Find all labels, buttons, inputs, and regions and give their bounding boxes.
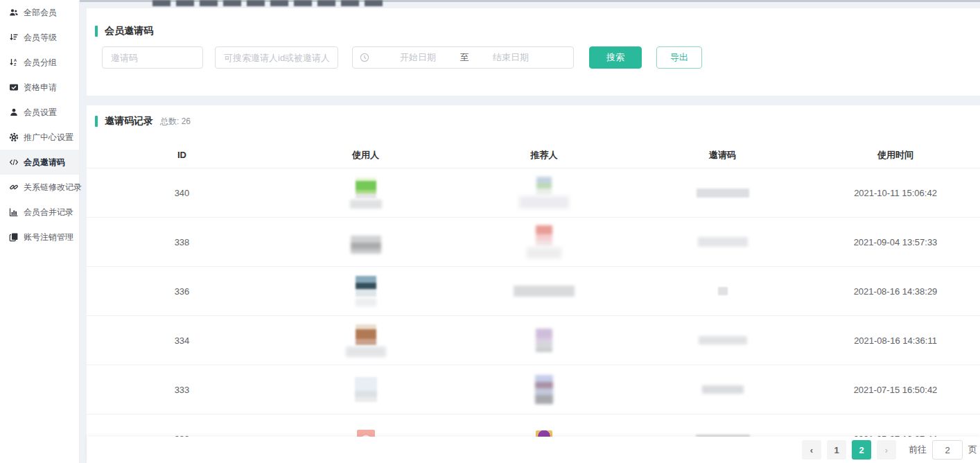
user-id-search-input[interactable] (215, 46, 338, 69)
user-avatar-redacted (356, 276, 376, 297)
users-icon (9, 8, 19, 17)
file-copy-icon (9, 232, 19, 242)
referrer-avatar-redacted (536, 329, 552, 352)
cell-referrer (454, 286, 634, 297)
pagination-page-suffix: 页 (968, 444, 977, 456)
section-accent-bar (95, 116, 98, 127)
cell-id: 334 (87, 335, 277, 346)
col-header-id: ID (87, 150, 277, 160)
invite-code-redacted (697, 189, 749, 198)
invite-code-redacted (702, 385, 744, 394)
sidebar-item-member-group[interactable]: AZ 会员分组 (0, 50, 79, 75)
user-name-redacted (356, 298, 376, 306)
invite-code-input[interactable] (102, 46, 203, 69)
sidebar-item-member-level[interactable]: 会员等级 (0, 25, 79, 50)
cell-user (277, 377, 454, 402)
sidebar-item-label: 账号注销管理 (24, 232, 73, 243)
sort-level-icon (9, 33, 19, 42)
cell-id: 338 (87, 237, 277, 247)
referrer-name-redacted (519, 196, 569, 209)
censored-page-title (152, 0, 388, 6)
pagination-next-button[interactable]: › (877, 440, 896, 460)
export-button[interactable]: 导出 (656, 46, 702, 69)
date-separator: 至 (448, 51, 480, 64)
cell-invite-code (634, 189, 811, 198)
search-button[interactable]: 搜索 (589, 46, 642, 69)
cell-used-time: 2021-08-16 14:36:11 (811, 335, 980, 346)
search-panel: 会员邀请码 开始日期 至 结束日期 搜索 导出 (87, 8, 980, 96)
pagination-bar: ‹ 1 2 › 前往 页 (87, 437, 980, 463)
date-range-picker[interactable]: 开始日期 至 结束日期 (352, 46, 574, 69)
user-avatar-redacted (356, 324, 376, 345)
user-avatar-redacted (355, 377, 377, 402)
cell-id: 340 (87, 188, 277, 198)
pagination-prev-button[interactable]: ‹ (802, 440, 821, 460)
pagination-page-2[interactable]: 2 (852, 440, 871, 460)
referrer-avatar-redacted (535, 375, 553, 404)
end-date-placeholder[interactable]: 结束日期 (480, 51, 541, 64)
sidebar-item-label: 全部会员 (24, 7, 57, 19)
cell-user (277, 324, 454, 357)
sidebar-item-member-settings[interactable]: 会员设置 (0, 100, 79, 125)
user-icon (9, 107, 19, 117)
pagination-page-1[interactable]: 1 (827, 440, 846, 460)
table-row: 333 2021-07-15 16:50:42 (87, 365, 980, 414)
start-date-placeholder[interactable]: 开始日期 (387, 51, 448, 64)
cell-id: 336 (87, 286, 277, 297)
user-avatar-redacted (351, 236, 381, 254)
records-panel: 邀请码记录 总数: 26 ID 使用人 推荐人 邀请码 使用时间 340 (87, 105, 980, 463)
cell-user (277, 230, 454, 254)
cell-referrer (454, 375, 634, 404)
sidebar-item-label: 会员设置 (24, 107, 57, 119)
code-icon (9, 157, 19, 167)
sidebar-item-label: 资格申请 (24, 82, 57, 94)
sidebar-item-label: 推广中心设置 (24, 132, 73, 143)
cell-id: 333 (87, 385, 277, 395)
sidebar-item-relation-log[interactable]: 关系链修改记录 (0, 175, 79, 200)
referrer-avatar-redacted (536, 225, 552, 246)
sidebar: 全部会员 会员等级 AZ 会员分组 资格申请 会员设置 (0, 0, 80, 463)
col-header-code: 邀请码 (634, 149, 811, 161)
cell-user (277, 276, 454, 306)
cell-invite-code (634, 237, 811, 247)
referrer-avatar-redacted (536, 177, 552, 195)
table-row: 334 2021-08-16 14:36:11 (87, 316, 980, 365)
cell-invite-code (634, 385, 811, 394)
bar-chart-icon (9, 207, 19, 217)
sidebar-item-merge-log[interactable]: 会员合并记录 (0, 200, 79, 225)
sidebar-item-all-members[interactable]: 全部会员 (0, 0, 79, 25)
sidebar-item-invite-code[interactable]: 会员邀请码 (0, 150, 79, 175)
section-accent-bar (95, 26, 98, 37)
sidebar-item-label: 会员等级 (24, 32, 57, 44)
invite-code-redacted (698, 237, 748, 247)
cell-invite-code (634, 336, 811, 344)
records-total-label: 总数: 26 (160, 116, 191, 128)
user-name-redacted (350, 200, 382, 209)
table-header-row: ID 使用人 推荐人 邀请码 使用时间 (87, 142, 980, 168)
check-square-icon (9, 82, 19, 92)
sidebar-item-label: 关系链修改记录 (24, 182, 82, 193)
cell-used-time: 2021-10-11 15:06:42 (811, 188, 980, 198)
cell-referrer (454, 177, 634, 209)
cell-used-time: 2021-07-15 16:50:42 (811, 385, 980, 395)
table-row: 340 2021-10-11 15:06:42 (87, 168, 980, 218)
clock-icon (360, 53, 369, 62)
records-panel-title: 邀请码记录 (105, 115, 153, 128)
referrer-name-redacted (527, 247, 561, 259)
search-panel-title: 会员邀请码 (105, 25, 153, 37)
sidebar-item-qualification[interactable]: 资格申请 (0, 75, 79, 100)
sidebar-item-label: 会员合并记录 (24, 207, 73, 218)
cell-user (277, 177, 454, 209)
cell-referrer (454, 225, 634, 259)
sort-alpha-icon: AZ (9, 58, 19, 67)
sidebar-item-label: 会员邀请码 (24, 157, 65, 168)
cell-referrer (454, 329, 634, 352)
pagination-goto-input[interactable] (932, 440, 963, 460)
link-icon (9, 182, 19, 192)
invite-code-redacted (718, 287, 728, 295)
user-avatar-redacted (356, 177, 376, 198)
sidebar-item-account-cancel[interactable]: 账号注销管理 (0, 225, 79, 250)
sidebar-item-promo-settings[interactable]: 推广中心设置 (0, 125, 79, 150)
table-row: 336 2021-08-16 14:38:29 (87, 267, 980, 316)
pagination-goto-label: 前往 (909, 444, 927, 456)
